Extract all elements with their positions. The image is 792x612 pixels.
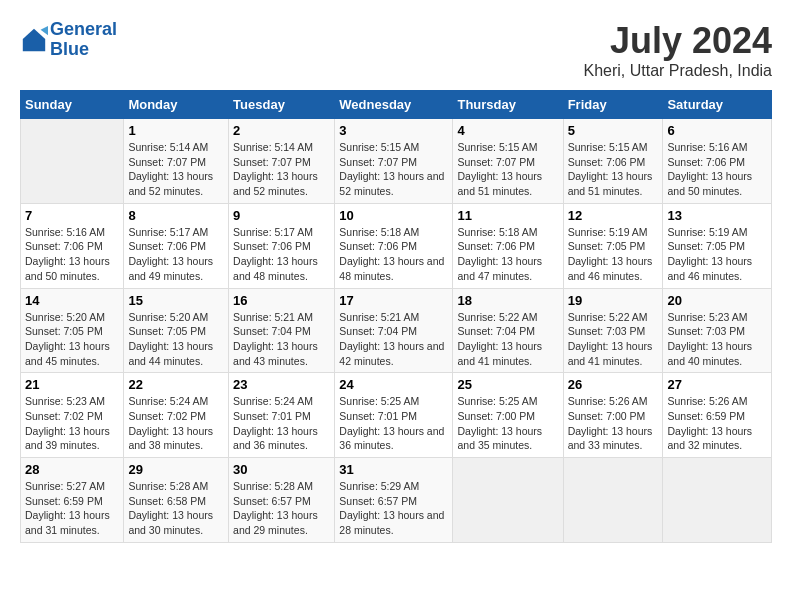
day-number: 14 bbox=[25, 293, 119, 308]
calendar-cell: 17 Sunrise: 5:21 AMSunset: 7:04 PMDaylig… bbox=[335, 288, 453, 373]
day-info: Sunrise: 5:27 AMSunset: 6:59 PMDaylight:… bbox=[25, 480, 110, 536]
calendar-cell: 23 Sunrise: 5:24 AMSunset: 7:01 PMDaylig… bbox=[229, 373, 335, 458]
day-info: Sunrise: 5:26 AMSunset: 6:59 PMDaylight:… bbox=[667, 395, 752, 451]
calendar-cell: 9 Sunrise: 5:17 AMSunset: 7:06 PMDayligh… bbox=[229, 203, 335, 288]
day-info: Sunrise: 5:15 AMSunset: 7:07 PMDaylight:… bbox=[457, 141, 542, 197]
day-number: 7 bbox=[25, 208, 119, 223]
day-number: 31 bbox=[339, 462, 448, 477]
day-info: Sunrise: 5:25 AMSunset: 7:01 PMDaylight:… bbox=[339, 395, 444, 451]
calendar-cell bbox=[663, 458, 772, 543]
day-number: 27 bbox=[667, 377, 767, 392]
calendar-table: Sunday Monday Tuesday Wednesday Thursday… bbox=[20, 90, 772, 543]
day-number: 10 bbox=[339, 208, 448, 223]
day-info: Sunrise: 5:20 AMSunset: 7:05 PMDaylight:… bbox=[25, 311, 110, 367]
calendar-week-5: 28 Sunrise: 5:27 AMSunset: 6:59 PMDaylig… bbox=[21, 458, 772, 543]
day-info: Sunrise: 5:28 AMSunset: 6:57 PMDaylight:… bbox=[233, 480, 318, 536]
subtitle: Kheri, Uttar Pradesh, India bbox=[583, 62, 772, 80]
calendar-cell: 31 Sunrise: 5:29 AMSunset: 6:57 PMDaylig… bbox=[335, 458, 453, 543]
day-number: 5 bbox=[568, 123, 659, 138]
header-wednesday: Wednesday bbox=[335, 91, 453, 119]
calendar-cell: 4 Sunrise: 5:15 AMSunset: 7:07 PMDayligh… bbox=[453, 119, 563, 204]
calendar-cell: 18 Sunrise: 5:22 AMSunset: 7:04 PMDaylig… bbox=[453, 288, 563, 373]
day-info: Sunrise: 5:23 AMSunset: 7:03 PMDaylight:… bbox=[667, 311, 752, 367]
calendar-week-3: 14 Sunrise: 5:20 AMSunset: 7:05 PMDaylig… bbox=[21, 288, 772, 373]
calendar-cell: 12 Sunrise: 5:19 AMSunset: 7:05 PMDaylig… bbox=[563, 203, 663, 288]
header-friday: Friday bbox=[563, 91, 663, 119]
day-number: 19 bbox=[568, 293, 659, 308]
calendar-cell: 10 Sunrise: 5:18 AMSunset: 7:06 PMDaylig… bbox=[335, 203, 453, 288]
calendar-cell: 20 Sunrise: 5:23 AMSunset: 7:03 PMDaylig… bbox=[663, 288, 772, 373]
calendar-cell bbox=[563, 458, 663, 543]
calendar-cell: 24 Sunrise: 5:25 AMSunset: 7:01 PMDaylig… bbox=[335, 373, 453, 458]
day-info: Sunrise: 5:28 AMSunset: 6:58 PMDaylight:… bbox=[128, 480, 213, 536]
day-info: Sunrise: 5:26 AMSunset: 7:00 PMDaylight:… bbox=[568, 395, 653, 451]
day-number: 1 bbox=[128, 123, 224, 138]
day-info: Sunrise: 5:18 AMSunset: 7:06 PMDaylight:… bbox=[339, 226, 444, 282]
calendar-cell: 15 Sunrise: 5:20 AMSunset: 7:05 PMDaylig… bbox=[124, 288, 229, 373]
calendar-cell: 6 Sunrise: 5:16 AMSunset: 7:06 PMDayligh… bbox=[663, 119, 772, 204]
day-info: Sunrise: 5:20 AMSunset: 7:05 PMDaylight:… bbox=[128, 311, 213, 367]
day-number: 22 bbox=[128, 377, 224, 392]
day-number: 21 bbox=[25, 377, 119, 392]
day-number: 2 bbox=[233, 123, 330, 138]
day-info: Sunrise: 5:18 AMSunset: 7:06 PMDaylight:… bbox=[457, 226, 542, 282]
calendar-week-4: 21 Sunrise: 5:23 AMSunset: 7:02 PMDaylig… bbox=[21, 373, 772, 458]
calendar-cell: 13 Sunrise: 5:19 AMSunset: 7:05 PMDaylig… bbox=[663, 203, 772, 288]
logo: General Blue bbox=[20, 20, 117, 60]
header-row: Sunday Monday Tuesday Wednesday Thursday… bbox=[21, 91, 772, 119]
calendar-week-2: 7 Sunrise: 5:16 AMSunset: 7:06 PMDayligh… bbox=[21, 203, 772, 288]
day-number: 23 bbox=[233, 377, 330, 392]
day-number: 8 bbox=[128, 208, 224, 223]
calendar-cell: 2 Sunrise: 5:14 AMSunset: 7:07 PMDayligh… bbox=[229, 119, 335, 204]
day-number: 12 bbox=[568, 208, 659, 223]
header-sunday: Sunday bbox=[21, 91, 124, 119]
day-info: Sunrise: 5:29 AMSunset: 6:57 PMDaylight:… bbox=[339, 480, 444, 536]
day-info: Sunrise: 5:21 AMSunset: 7:04 PMDaylight:… bbox=[339, 311, 444, 367]
day-number: 15 bbox=[128, 293, 224, 308]
day-info: Sunrise: 5:19 AMSunset: 7:05 PMDaylight:… bbox=[568, 226, 653, 282]
calendar-cell: 14 Sunrise: 5:20 AMSunset: 7:05 PMDaylig… bbox=[21, 288, 124, 373]
calendar-cell: 11 Sunrise: 5:18 AMSunset: 7:06 PMDaylig… bbox=[453, 203, 563, 288]
calendar-cell: 3 Sunrise: 5:15 AMSunset: 7:07 PMDayligh… bbox=[335, 119, 453, 204]
calendar-cell: 26 Sunrise: 5:26 AMSunset: 7:00 PMDaylig… bbox=[563, 373, 663, 458]
calendar-cell: 27 Sunrise: 5:26 AMSunset: 6:59 PMDaylig… bbox=[663, 373, 772, 458]
main-title: July 2024 bbox=[583, 20, 772, 62]
calendar-header: Sunday Monday Tuesday Wednesday Thursday… bbox=[21, 91, 772, 119]
day-info: Sunrise: 5:14 AMSunset: 7:07 PMDaylight:… bbox=[233, 141, 318, 197]
header-tuesday: Tuesday bbox=[229, 91, 335, 119]
calendar-body: 1 Sunrise: 5:14 AMSunset: 7:07 PMDayligh… bbox=[21, 119, 772, 543]
calendar-cell: 29 Sunrise: 5:28 AMSunset: 6:58 PMDaylig… bbox=[124, 458, 229, 543]
calendar-cell bbox=[453, 458, 563, 543]
day-info: Sunrise: 5:16 AMSunset: 7:06 PMDaylight:… bbox=[25, 226, 110, 282]
day-number: 24 bbox=[339, 377, 448, 392]
day-info: Sunrise: 5:25 AMSunset: 7:00 PMDaylight:… bbox=[457, 395, 542, 451]
calendar-cell: 22 Sunrise: 5:24 AMSunset: 7:02 PMDaylig… bbox=[124, 373, 229, 458]
page-header: General Blue July 2024 Kheri, Uttar Prad… bbox=[20, 20, 772, 80]
day-number: 28 bbox=[25, 462, 119, 477]
calendar-cell: 8 Sunrise: 5:17 AMSunset: 7:06 PMDayligh… bbox=[124, 203, 229, 288]
day-number: 26 bbox=[568, 377, 659, 392]
day-info: Sunrise: 5:14 AMSunset: 7:07 PMDaylight:… bbox=[128, 141, 213, 197]
calendar-week-1: 1 Sunrise: 5:14 AMSunset: 7:07 PMDayligh… bbox=[21, 119, 772, 204]
logo-line1: General bbox=[50, 19, 117, 39]
day-number: 9 bbox=[233, 208, 330, 223]
calendar-cell: 1 Sunrise: 5:14 AMSunset: 7:07 PMDayligh… bbox=[124, 119, 229, 204]
day-number: 11 bbox=[457, 208, 558, 223]
day-info: Sunrise: 5:24 AMSunset: 7:02 PMDaylight:… bbox=[128, 395, 213, 451]
day-info: Sunrise: 5:21 AMSunset: 7:04 PMDaylight:… bbox=[233, 311, 318, 367]
day-number: 16 bbox=[233, 293, 330, 308]
day-number: 29 bbox=[128, 462, 224, 477]
logo-text: General Blue bbox=[50, 20, 117, 60]
calendar-cell: 28 Sunrise: 5:27 AMSunset: 6:59 PMDaylig… bbox=[21, 458, 124, 543]
day-info: Sunrise: 5:19 AMSunset: 7:05 PMDaylight:… bbox=[667, 226, 752, 282]
day-number: 6 bbox=[667, 123, 767, 138]
logo-icon bbox=[20, 26, 48, 54]
calendar-cell: 21 Sunrise: 5:23 AMSunset: 7:02 PMDaylig… bbox=[21, 373, 124, 458]
logo-line2: Blue bbox=[50, 39, 89, 59]
day-number: 18 bbox=[457, 293, 558, 308]
calendar-cell bbox=[21, 119, 124, 204]
day-info: Sunrise: 5:23 AMSunset: 7:02 PMDaylight:… bbox=[25, 395, 110, 451]
calendar-cell: 19 Sunrise: 5:22 AMSunset: 7:03 PMDaylig… bbox=[563, 288, 663, 373]
day-info: Sunrise: 5:15 AMSunset: 7:06 PMDaylight:… bbox=[568, 141, 653, 197]
day-number: 20 bbox=[667, 293, 767, 308]
